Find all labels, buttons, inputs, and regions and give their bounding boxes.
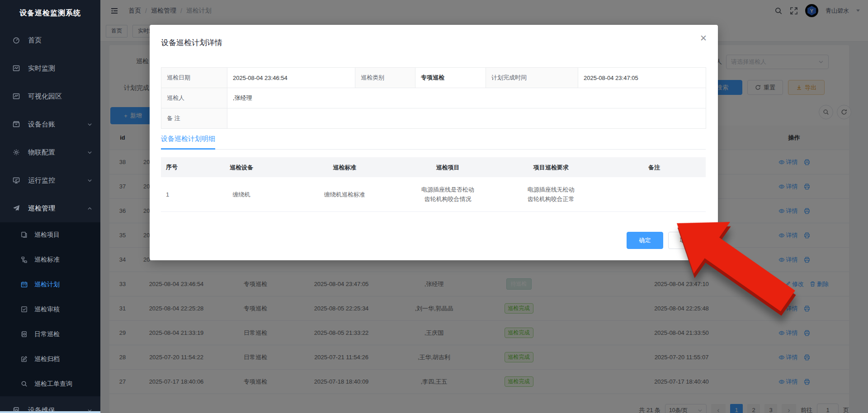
edit-pen-icon: [21, 356, 28, 362]
paper-plane-icon: [13, 205, 20, 212]
submenu-item-label: 巡检项目: [34, 231, 60, 239]
sidebar-submenu: 巡检项目 巡检标准 巡检计划 巡检审核 日常巡检 巡检归档: [0, 222, 100, 396]
tab-plan-detail[interactable]: 设备巡检计划明细: [161, 135, 215, 150]
sidebar-item-realtime-monitor[interactable]: 实时监测: [0, 54, 100, 82]
close-icon[interactable]: ✕: [700, 34, 707, 42]
sidebar-item-label: 实时监测: [28, 64, 92, 73]
tree-icon: [21, 256, 28, 263]
dashboard-icon: [13, 37, 20, 44]
sidebar-item-label: 首页: [28, 36, 92, 45]
plan-description-table: 巡检日期 2025-08-04 23:46:54 巡检类别 专项巡检 计划完成时…: [161, 67, 706, 129]
calendar-icon: [21, 281, 28, 288]
detail-header-requirement: 项目巡检要求: [500, 163, 603, 172]
sidebar-item-iot-config[interactable]: 物联配置: [0, 138, 100, 166]
app-title: 设备巡检监测系统: [0, 0, 100, 26]
notebook-icon: [21, 331, 28, 338]
submenu-item-label: 日常巡检: [34, 330, 60, 338]
detail-data-row: 1 缠绕机 缠绕机巡检标准 电源插座线是否松动 齿轮机构咬合情况 电源插座线无松…: [161, 177, 706, 212]
chart-icon: [13, 65, 20, 72]
submenu-item-label: 巡检标准: [34, 256, 60, 264]
sidebar-item-equipment-ledger[interactable]: 设备台账: [0, 110, 100, 138]
submenu-item-label: 巡检归档: [34, 355, 60, 363]
field-label-inspector: 巡检人: [161, 88, 227, 108]
sidebar-item-inspection-management[interactable]: 巡检管理: [0, 194, 100, 222]
detail-header-standard: 巡检标准: [293, 163, 396, 172]
sidebar-item-home[interactable]: 首页: [0, 26, 100, 54]
submenu-item-inspection-archive[interactable]: 巡检归档: [0, 347, 100, 371]
sidebar-scrollbar[interactable]: [0, 411, 100, 413]
submenu-item-inspection-review[interactable]: 巡检审核: [0, 297, 100, 322]
detail-cell-no: 1: [161, 191, 190, 198]
confirm-button[interactable]: 确定: [627, 232, 663, 249]
sidebar: 设备巡检监测系统 首页 实时监测 可视化园区 设备台账 物联配置: [0, 0, 100, 413]
sidebar-item-label: 巡检管理: [28, 204, 87, 213]
detail-header-row: 序号 巡检设备 巡检标准 巡检项目 项目巡检要求 备注: [161, 157, 706, 177]
detail-cell-requirement: 电源插座线无松动 齿轮机构咬合正常: [500, 185, 603, 204]
gear-icon: [13, 149, 20, 156]
sidebar-item-label: 设备台账: [28, 120, 87, 129]
field-label-remark: 备 注: [161, 108, 227, 129]
sidebar-item-run-monitor[interactable]: 运行监控: [0, 166, 100, 194]
check-square-icon: [21, 306, 28, 313]
submenu-item-daily-inspection[interactable]: 日常巡检: [0, 322, 100, 347]
copy-document-icon: [21, 231, 28, 238]
confirm-button-label: 确定: [639, 236, 651, 244]
field-value-remark: [227, 108, 706, 129]
detail-header-no: 序号: [161, 163, 190, 171]
sidebar-bottom: 设备维保: [0, 396, 100, 413]
submenu-item-inspection-plan[interactable]: 巡检计划: [0, 272, 100, 297]
field-value-inspector: ,张经理: [227, 88, 706, 108]
detail-cell-standard: 缠绕机巡检标准: [293, 190, 396, 199]
detail-header-remark: 备注: [603, 163, 706, 172]
detail-cell-device: 缠绕机: [190, 190, 293, 199]
sidebar-nav: 首页 实时监测 可视化园区 设备台账 物联配置 运行监: [0, 26, 100, 222]
sidebar-item-equipment-maintenance[interactable]: 设备维保: [0, 396, 100, 413]
detail-cell-item: 电源插座线是否松动 齿轮机构咬合情况: [396, 185, 499, 204]
modal-title: 设备巡检计划详情: [161, 38, 222, 48]
submenu-item-label: 巡检计划: [34, 281, 60, 289]
detail-header-device: 巡检设备: [190, 163, 293, 172]
submenu-item-inspection-items[interactable]: 巡检项目: [0, 222, 100, 247]
plan-detail-modal: 设备巡检计划详情 ✕ 巡检日期 2025-08-04 23:46:54 巡检类别…: [150, 25, 718, 260]
search-icon: [21, 380, 28, 387]
plan-detail-table: 序号 巡检设备 巡检标准 巡检项目 项目巡检要求 备注 1 缠绕机 缠绕机巡检标…: [161, 157, 706, 212]
chevron-down-icon: [87, 122, 92, 127]
field-label-type: 巡检类别: [355, 68, 415, 88]
modal-footer: 确定 取消: [150, 232, 718, 249]
field-value-plan-time: 2025-08-04 23:47:05: [578, 68, 706, 88]
sidebar-item-visual-park[interactable]: 可视化园区: [0, 82, 100, 110]
field-value-date: 2025-08-04 23:46:54: [227, 68, 355, 88]
app-screen: 设备巡检监测系统 首页 实时监测 可视化园区 设备台账 物联配置: [0, 0, 868, 413]
field-label-date: 巡检日期: [161, 68, 227, 88]
detail-header-item: 巡检项目: [396, 163, 499, 172]
submenu-item-label: 巡检审核: [34, 305, 60, 314]
chevron-down-icon: [87, 150, 92, 155]
submenu-item-label: 巡检工单查询: [34, 380, 72, 388]
archive-box-icon: [13, 121, 20, 128]
chevron-down-icon: [87, 178, 92, 183]
detail-tab-bar: 设备巡检计划明细: [161, 135, 706, 150]
submenu-item-workorder-query[interactable]: 巡检工单查询: [0, 371, 100, 396]
park-chart-icon: [13, 93, 20, 100]
field-value-type: 专项巡检: [415, 68, 486, 88]
sidebar-item-label: 运行监控: [28, 176, 87, 185]
monitor-check-icon: [13, 177, 20, 184]
sidebar-item-label: 可视化园区: [28, 92, 92, 101]
submenu-item-inspection-standards[interactable]: 巡检标准: [0, 247, 100, 272]
chevron-up-icon: [87, 206, 92, 211]
field-label-plan-time: 计划完成时间: [486, 68, 578, 88]
sidebar-item-label: 物联配置: [28, 148, 87, 157]
